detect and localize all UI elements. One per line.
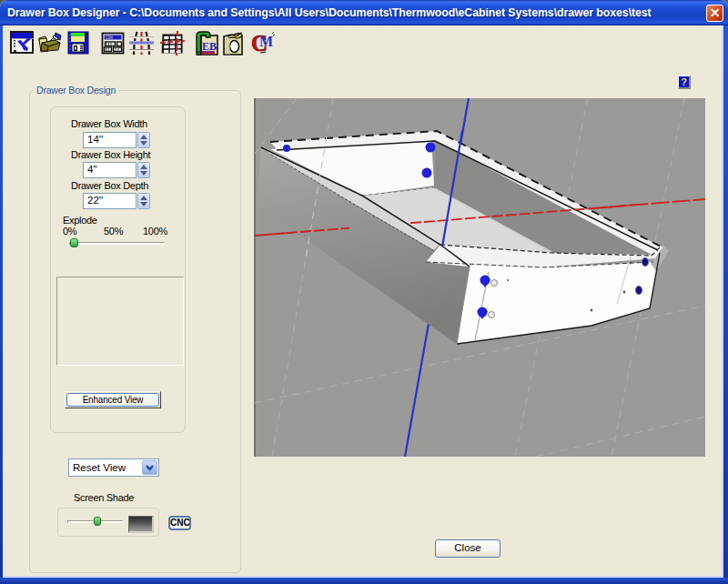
svg-text:M: M [259, 34, 273, 49]
svg-text:EB: EB [202, 40, 217, 53]
svg-text:CON: CON [106, 35, 113, 40]
